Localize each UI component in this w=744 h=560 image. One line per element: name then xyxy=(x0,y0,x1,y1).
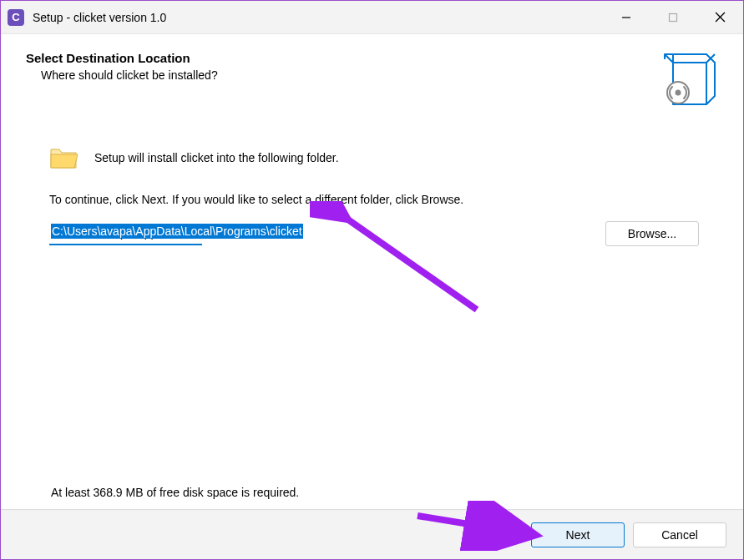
next-button[interactable]: Next xyxy=(531,522,625,547)
app-icon: C xyxy=(8,9,24,26)
page-title: Select Destination Location xyxy=(26,51,218,65)
close-icon xyxy=(715,12,726,23)
titlebar: C Setup - clicket version 1.0 xyxy=(1,1,743,34)
window-title: Setup - clicket version 1.0 xyxy=(33,11,603,24)
minimize-icon xyxy=(621,13,631,23)
continue-instruction: To continue, click Next. If you would li… xyxy=(49,193,718,206)
svg-rect-1 xyxy=(670,13,677,21)
install-description: Setup will install clicket into the foll… xyxy=(94,151,339,164)
install-path-input[interactable] xyxy=(49,222,202,245)
wizard-box-icon xyxy=(658,51,718,111)
folder-icon xyxy=(49,144,79,171)
disk-space-label: At least 368.9 MB of free disk space is … xyxy=(51,486,299,499)
svg-point-5 xyxy=(676,91,681,95)
wizard-content: Select Destination Location Where should… xyxy=(1,34,743,509)
browse-button[interactable]: Browse... xyxy=(605,221,699,246)
cancel-button[interactable]: Cancel xyxy=(633,522,726,547)
annotation-arrow-1 xyxy=(310,201,493,326)
maximize-button xyxy=(650,1,696,33)
maximize-icon xyxy=(668,13,678,23)
minimize-button[interactable] xyxy=(603,1,650,33)
wizard-footer: Next Cancel xyxy=(1,509,743,559)
page-subtitle: Where should clicket be installed? xyxy=(41,68,218,82)
close-button[interactable] xyxy=(696,1,743,33)
